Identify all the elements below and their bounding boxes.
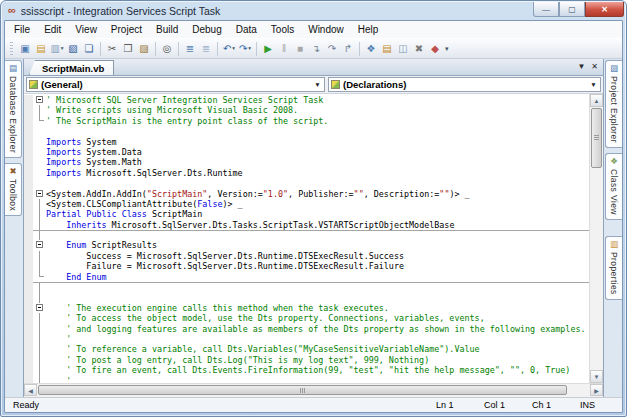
breakpoint-margin[interactable] bbox=[24, 251, 33, 261]
breakpoint-margin[interactable] bbox=[24, 282, 33, 292]
code-line[interactable] bbox=[24, 282, 589, 292]
chevron-down-icon[interactable]: ▼ bbox=[312, 81, 323, 88]
solution-explorer-button[interactable]: ❖ bbox=[363, 40, 379, 57]
vertical-scrollbar[interactable]: ▲ ▼ bbox=[589, 94, 603, 383]
collapse-box-icon[interactable] bbox=[36, 304, 43, 311]
code-line[interactable]: Partial Public Class ScriptMain bbox=[24, 209, 589, 219]
error-list-button[interactable]: ◆ bbox=[427, 40, 443, 57]
toolbar-options-icon[interactable]: ▾ bbox=[445, 47, 449, 50]
menu-help[interactable]: Help bbox=[351, 23, 386, 36]
save-all-button[interactable]: ❏ bbox=[81, 40, 97, 57]
menu-view[interactable]: View bbox=[68, 23, 104, 36]
chevron-down-icon[interactable]: ▾ bbox=[61, 46, 64, 52]
code-line[interactable] bbox=[24, 126, 589, 136]
step-into-button[interactable]: ↴ bbox=[308, 40, 324, 57]
breakpoint-margin[interactable] bbox=[24, 334, 33, 344]
code-line[interactable]: <System.AddIn.AddIn("ScriptMain", Versio… bbox=[24, 189, 589, 199]
chevron-down-icon[interactable]: ▾ bbox=[248, 46, 251, 52]
code-line[interactable] bbox=[24, 230, 589, 240]
close-button[interactable]: ✕ bbox=[585, 2, 624, 17]
code-editor[interactable]: ' Microsoft SQL Server Integration Servi… bbox=[24, 94, 589, 383]
code-line[interactable]: Success = Microsoft.SqlServer.Dts.Runtim… bbox=[24, 251, 589, 261]
breakpoint-margin[interactable] bbox=[24, 220, 33, 230]
breakpoint-margin[interactable] bbox=[24, 95, 33, 105]
breakpoint-margin[interactable] bbox=[24, 199, 33, 209]
code-line[interactable]: ' To access the object model, use the Dt… bbox=[24, 313, 589, 323]
code-line[interactable]: <System.CLSCompliantAttribute(False)> _ bbox=[24, 199, 589, 209]
scroll-down-icon[interactable]: ▼ bbox=[590, 370, 603, 383]
code-line[interactable]: Imports System bbox=[24, 137, 589, 147]
declarations-dropdown[interactable]: (Declarations) ▼ bbox=[328, 77, 601, 92]
undo-button[interactable]: ↶▾ bbox=[221, 40, 237, 57]
tab-scriptmain-vb[interactable]: ScriptMain.vb bbox=[29, 60, 114, 75]
dock-tab-properties[interactable]: ▥Properties bbox=[605, 236, 622, 300]
new-project-button[interactable]: ▣ bbox=[17, 40, 33, 57]
menu-data[interactable]: Data bbox=[229, 23, 264, 36]
collapse-box-icon[interactable] bbox=[36, 96, 43, 103]
breakpoint-margin[interactable] bbox=[24, 365, 33, 375]
code-line[interactable]: Enum ScriptResults bbox=[24, 240, 589, 250]
copy-button[interactable]: ❐ bbox=[120, 40, 136, 57]
breakpoint-margin[interactable] bbox=[24, 376, 33, 383]
breakpoint-margin[interactable] bbox=[24, 261, 33, 271]
paste-button[interactable]: ▨ bbox=[136, 40, 152, 57]
add-new-item-button[interactable]: ▥▾ bbox=[49, 40, 65, 57]
cut-button[interactable]: ✂ bbox=[104, 40, 120, 57]
code-line[interactable]: ' bbox=[24, 334, 589, 344]
code-line[interactable]: ' Microsoft SQL Server Integration Servi… bbox=[24, 95, 589, 105]
vertical-scroll-thumb[interactable] bbox=[591, 108, 602, 168]
tab-list-dropdown-icon[interactable]: ▼ bbox=[577, 63, 585, 71]
breakpoint-margin[interactable] bbox=[24, 324, 33, 334]
menu-edit[interactable]: Edit bbox=[37, 23, 68, 36]
code-line[interactable]: Failure = Microsoft.SqlServer.Dts.Runtim… bbox=[24, 261, 589, 271]
breakpoint-margin[interactable] bbox=[24, 272, 33, 282]
comment-lines-button[interactable]: ≣ bbox=[182, 40, 198, 57]
toolbox-tools-button[interactable]: ✖ bbox=[411, 40, 427, 57]
code-line[interactable]: ' and logging features are available as … bbox=[24, 324, 589, 334]
breakpoint-margin[interactable] bbox=[24, 105, 33, 115]
code-line[interactable]: ' The execution engine calls this method… bbox=[24, 303, 589, 313]
breakpoint-margin[interactable] bbox=[24, 168, 33, 178]
breakpoint-margin[interactable] bbox=[24, 355, 33, 365]
breakpoint-margin[interactable] bbox=[24, 240, 33, 250]
breakpoint-margin[interactable] bbox=[24, 116, 33, 126]
breakpoint-margin[interactable] bbox=[24, 137, 33, 147]
step-over-button[interactable]: ↷ bbox=[324, 40, 340, 57]
menu-file[interactable]: File bbox=[7, 23, 37, 36]
dock-tab-toolbox[interactable]: ✖Toolbox bbox=[5, 163, 22, 216]
find-button[interactable]: ◎ bbox=[159, 40, 175, 57]
menu-project[interactable]: Project bbox=[104, 23, 149, 36]
scroll-right-icon[interactable]: ▶ bbox=[590, 384, 603, 396]
code-line[interactable]: End Enum bbox=[24, 272, 589, 282]
code-line[interactable]: ' To post a log entry, call Dts.Log("Thi… bbox=[24, 355, 589, 365]
code-line[interactable]: ' The ScriptMain is the entry point clas… bbox=[24, 116, 589, 126]
horizontal-scroll-thumb[interactable] bbox=[38, 385, 567, 395]
minimize-button[interactable]: — bbox=[533, 2, 559, 17]
menu-build[interactable]: Build bbox=[149, 23, 185, 36]
toolbar-grip[interactable] bbox=[10, 42, 13, 55]
code-line[interactable]: ' To reference a variable, call Dts.Vari… bbox=[24, 344, 589, 354]
breakpoint-margin[interactable] bbox=[24, 147, 33, 157]
break-all-button[interactable]: ‖ bbox=[276, 40, 292, 57]
start-debug-button[interactable]: ▶ bbox=[260, 40, 276, 57]
code-line[interactable] bbox=[24, 178, 589, 188]
menu-debug[interactable]: Debug bbox=[185, 23, 228, 36]
code-line[interactable] bbox=[24, 292, 589, 302]
redo-button[interactable]: ↷▾ bbox=[237, 40, 253, 57]
collapse-box-icon[interactable] bbox=[36, 241, 43, 248]
dock-tab-database-explorer[interactable]: ▤Database Explorer bbox=[5, 60, 22, 158]
code-line[interactable]: Imports Microsoft.SqlServer.Dts.Runtime bbox=[24, 168, 589, 178]
step-out-button[interactable]: ↱ bbox=[340, 40, 356, 57]
code-line[interactable]: Imports System.Math bbox=[24, 157, 589, 167]
menu-window[interactable]: Window bbox=[301, 23, 351, 36]
code-line[interactable]: ' To fire an event, call Dts.Events.Fire… bbox=[24, 365, 589, 375]
code-line[interactable]: Inherits Microsoft.SqlServer.Dts.Tasks.S… bbox=[24, 220, 589, 230]
breakpoint-margin[interactable] bbox=[24, 126, 33, 136]
object-browser-button[interactable]: ◫ bbox=[395, 40, 411, 57]
save-button[interactable]: ▧ bbox=[65, 40, 81, 57]
dock-tab-project-explorer[interactable]: ▨Project Explorer bbox=[605, 60, 622, 148]
code-line[interactable]: ' Write scripts using Microsoft Visual B… bbox=[24, 105, 589, 115]
scroll-left-icon[interactable]: ◀ bbox=[24, 384, 37, 396]
horizontal-scrollbar[interactable]: ◀ ▶ bbox=[24, 383, 603, 397]
breakpoint-margin[interactable] bbox=[24, 303, 33, 313]
